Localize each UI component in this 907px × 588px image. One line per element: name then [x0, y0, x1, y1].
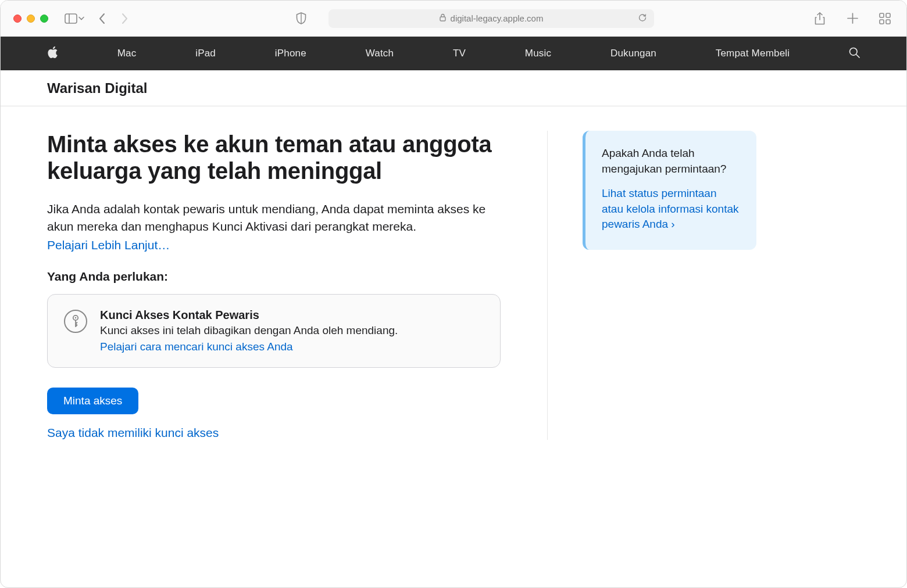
callout-title: Apakah Anda telah mengajukan permintaan?: [602, 146, 740, 177]
url-text: digital-legacy.apple.com: [451, 13, 544, 23]
requirements-label: Yang Anda perlukan:: [47, 270, 501, 284]
close-window-button[interactable]: [13, 15, 22, 23]
browser-toolbar: digital-legacy.apple.com: [1, 1, 906, 37]
svg-rect-2: [440, 17, 445, 21]
no-key-link[interactable]: Saya tidak memiliki kunci akses: [47, 426, 501, 440]
side-column: Apakah Anda telah mengajukan permintaan?…: [547, 131, 756, 440]
nav-where-to-buy[interactable]: Tempat Membeli: [716, 48, 790, 59]
nav-watch[interactable]: Watch: [366, 48, 394, 59]
svg-rect-6: [886, 20, 890, 24]
chevron-down-icon: [78, 16, 84, 21]
apple-global-nav: Mac iPad iPhone Watch TV Music Dukungan …: [1, 37, 906, 70]
card-body: Kunci Akses Kontak Pewaris Kunci akses i…: [100, 309, 398, 353]
intro-text: Jika Anda adalah kontak pewaris untuk me…: [47, 200, 501, 236]
main-column: Minta akses ke akun teman atau anggota k…: [47, 131, 501, 440]
address-bar[interactable]: digital-legacy.apple.com: [328, 9, 654, 28]
local-nav: Warisan Digital: [1, 70, 906, 106]
new-tab-button[interactable]: [844, 10, 861, 27]
nav-tv[interactable]: TV: [453, 48, 466, 59]
access-key-card: Kunci Akses Kontak Pewaris Kunci akses i…: [47, 294, 501, 368]
apple-logo[interactable]: [47, 46, 58, 61]
card-title: Kunci Akses Kontak Pewaris: [100, 309, 398, 322]
learn-more-link[interactable]: Pelajari Lebih Lanjut…: [47, 238, 170, 252]
maximize-window-button[interactable]: [40, 15, 48, 23]
privacy-shield-button[interactable]: [292, 10, 310, 27]
sidebar-toggle-button[interactable]: [65, 13, 84, 24]
nav-music[interactable]: Music: [525, 48, 551, 59]
tab-overview-button[interactable]: [876, 10, 894, 27]
window-controls: [13, 15, 48, 23]
local-nav-title: Warisan Digital: [47, 80, 147, 96]
svg-point-10: [75, 317, 77, 319]
share-button[interactable]: [811, 10, 829, 27]
search-icon[interactable]: [849, 47, 860, 60]
page-content: Minta akses ke akun teman atau anggota k…: [1, 106, 906, 440]
svg-line-8: [856, 55, 859, 58]
callout-link[interactable]: Lihat status permintaan atau kelola info…: [602, 187, 739, 230]
lock-icon: [440, 13, 446, 23]
svg-rect-5: [880, 20, 884, 24]
minimize-window-button[interactable]: [27, 15, 35, 23]
svg-rect-0: [65, 14, 77, 23]
request-access-button[interactable]: Minta akses: [47, 388, 138, 414]
svg-rect-4: [886, 13, 890, 17]
svg-rect-3: [880, 13, 884, 17]
find-key-link[interactable]: Pelajari cara mencari kunci akses Anda: [100, 340, 293, 353]
svg-point-7: [850, 48, 858, 55]
back-button[interactable]: [94, 10, 111, 27]
nav-iphone[interactable]: iPhone: [275, 48, 306, 59]
key-icon: [64, 310, 87, 333]
nav-support[interactable]: Dukungan: [610, 48, 656, 59]
page-title: Minta akses ke akun teman atau anggota k…: [47, 131, 501, 184]
status-callout: Apakah Anda telah mengajukan permintaan?…: [583, 131, 756, 250]
nav-ipad[interactable]: iPad: [195, 48, 216, 59]
card-description: Kunci akses ini telah dibagikan dengan A…: [100, 324, 398, 337]
forward-button[interactable]: [116, 10, 133, 27]
nav-mac[interactable]: Mac: [117, 48, 137, 59]
reload-button[interactable]: [638, 13, 647, 24]
